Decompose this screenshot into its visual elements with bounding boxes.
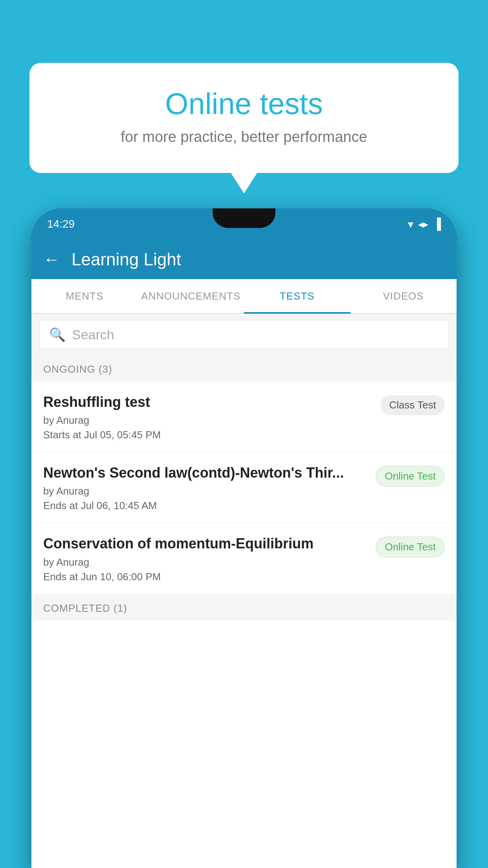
- search-icon: 🔍: [49, 327, 66, 342]
- test-item[interactable]: Newton's Second law(contd)-Newton's Thir…: [31, 452, 457, 523]
- test-author: by Anurag: [43, 414, 373, 427]
- test-date: Starts at Jul 05, 05:45 PM: [43, 429, 373, 441]
- test-name: Newton's Second law(contd)-Newton's Thir…: [43, 464, 368, 481]
- test-badge: Online Test: [376, 537, 445, 557]
- test-badge: Class Test: [381, 395, 445, 415]
- signal-icon: ◂▸: [418, 218, 428, 230]
- speech-bubble-subtitle: for more practice, better performance: [61, 129, 427, 145]
- test-info: Newton's Second law(contd)-Newton's Thir…: [43, 464, 368, 512]
- test-author: by Anurag: [43, 485, 368, 497]
- app-header: ← Learning Light: [31, 240, 457, 279]
- test-item[interactable]: Reshuffling test by Anurag Starts at Jul…: [31, 382, 457, 452]
- tabs-bar: MENTS ANNOUNCEMENTS TESTS VIDEOS: [31, 279, 457, 314]
- completed-section-header: COMPLETED (1): [31, 594, 457, 621]
- speech-bubble: Online tests for more practice, better p…: [29, 63, 459, 173]
- phone-screen: MENTS ANNOUNCEMENTS TESTS VIDEOS 🔍 Searc…: [31, 279, 457, 868]
- ongoing-section-title: ONGOING (3): [43, 363, 112, 375]
- status-icons: ▾ ◂▸ ▐: [408, 218, 441, 231]
- test-info: Reshuffling test by Anurag Starts at Jul…: [43, 394, 373, 441]
- test-date: Ends at Jul 06, 10:45 AM: [43, 500, 368, 512]
- phone-notch: [213, 208, 275, 228]
- speech-bubble-title: Online tests: [61, 86, 427, 121]
- test-date: Ends at Jun 10, 06:00 PM: [43, 571, 368, 583]
- tab-videos[interactable]: VIDEOS: [350, 279, 457, 313]
- test-info: Conservation of momentum-Equilibrium by …: [43, 535, 368, 583]
- search-bar-container: 🔍 Search: [31, 314, 457, 355]
- ongoing-section-header: ONGOING (3): [31, 355, 457, 382]
- wifi-icon: ▾: [408, 218, 413, 231]
- tab-announcements[interactable]: ANNOUNCEMENTS: [138, 279, 244, 313]
- test-badge: Online Test: [376, 466, 445, 487]
- background: Online tests for more practice, better p…: [0, 0, 488, 868]
- phone-frame: 14:29 ▾ ◂▸ ▐ ← Learning Light MENTS ANNO…: [31, 208, 457, 868]
- search-input-wrapper[interactable]: 🔍 Search: [39, 320, 449, 349]
- tab-ments[interactable]: MENTS: [31, 279, 138, 313]
- test-list: Reshuffling test by Anurag Starts at Jul…: [31, 382, 457, 594]
- test-author: by Anurag: [43, 556, 368, 568]
- test-item[interactable]: Conservation of momentum-Equilibrium by …: [31, 523, 457, 594]
- status-bar: 14:29 ▾ ◂▸ ▐: [31, 208, 457, 240]
- app-title: Learning Light: [72, 250, 181, 269]
- battery-icon: ▐: [433, 218, 441, 230]
- test-name: Reshuffling test: [43, 394, 373, 410]
- search-input[interactable]: Search: [72, 327, 114, 342]
- completed-section-title: COMPLETED (1): [43, 602, 127, 614]
- status-time: 14:29: [47, 218, 75, 230]
- test-name: Conservation of momentum-Equilibrium: [43, 535, 368, 552]
- back-button[interactable]: ←: [43, 250, 60, 269]
- tab-tests[interactable]: TESTS: [244, 279, 350, 313]
